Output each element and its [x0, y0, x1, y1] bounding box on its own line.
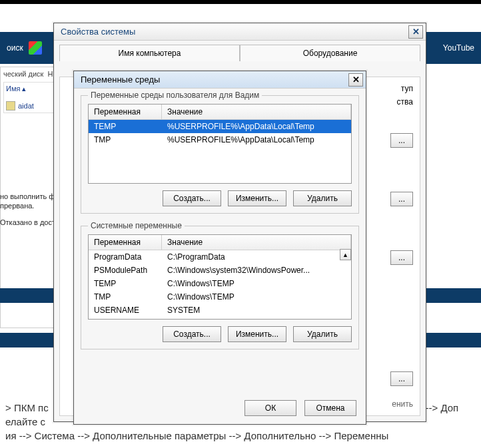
env-titlebar[interactable]: Переменные среды ✕ [74, 71, 366, 89]
user-create-button[interactable]: Создать... [163, 190, 221, 206]
cell-val: C:\Windows\TEMP [162, 277, 351, 290]
user-vars-legend: Переменные среды пользователя для Вадим [88, 91, 262, 100]
user-delete-button[interactable]: Удалить [293, 190, 352, 206]
col-name[interactable]: Имя [6, 85, 20, 93]
cell-val: %USERPROFILE%\AppData\Local\Temp [162, 133, 351, 146]
sys-vars-group: Системные переменные Переменная Значение… [81, 226, 359, 349]
cell-var: TMP [89, 290, 162, 304]
cancel-button[interactable]: Отмена [304, 400, 356, 416]
col-header-value[interactable]: Значение [162, 235, 351, 250]
user-edit-button[interactable]: Изменить... [228, 190, 286, 206]
stub-button-4[interactable] [390, 371, 413, 386]
cell-val: SYSTEM [162, 304, 351, 317]
table-row[interactable]: USERNAMESYSTEM [89, 304, 351, 317]
cell-val: C:\ProgramData [162, 250, 351, 264]
table-row[interactable]: TMP%USERPROFILE%\AppData\Local\Temp [89, 133, 351, 146]
tab-computer-name[interactable]: Имя компьютера [59, 45, 240, 61]
ok-button[interactable]: ОК [244, 400, 296, 416]
table-row[interactable]: TEMPC:\Windows\TEMP [89, 277, 351, 290]
rubik-icon [29, 41, 42, 55]
sys-titlebar[interactable]: Свойства системы ✕ [54, 23, 426, 41]
sys-edit-button[interactable]: Изменить... [228, 326, 286, 342]
bg-black-bar [0, 0, 481, 4]
user-vars-group: Переменные среды пользователя для Вадим … [81, 95, 359, 214]
table-row[interactable]: ProgramDataC:\ProgramData [89, 250, 351, 264]
cell-val: C:\Windows\TEMP [162, 290, 351, 304]
bg-disk-label: ческий диск [3, 70, 43, 78]
cell-var: TEMP [89, 277, 162, 290]
cell-var: PSModulePath [89, 264, 162, 277]
cell-var: ProgramData [89, 250, 162, 264]
sys-create-button[interactable]: Создать... [163, 326, 221, 342]
sys-delete-button[interactable]: Удалить [293, 326, 352, 342]
col-header-variable[interactable]: Переменная [89, 105, 162, 119]
bg-search-label: оиск [7, 43, 23, 53]
user-vars-list[interactable]: Переменная Значение TEMP%USERPROFILE%\Ap… [88, 104, 352, 184]
scroll-up-icon[interactable]: ▲ [340, 249, 351, 260]
col-header-variable[interactable]: Переменная [89, 235, 162, 250]
sys-vars-legend: Системные переменные [88, 221, 185, 230]
close-icon[interactable]: ✕ [348, 73, 363, 87]
sys-title: Свойства системы [61, 27, 135, 37]
cell-val: C:\Windows\system32\WindowsPower... [162, 264, 351, 277]
cell-val: %USERPROFILE%\AppData\Local\Temp [162, 120, 351, 133]
cell-var: TEMP [89, 120, 162, 133]
tab-hardware[interactable]: Оборудование [240, 45, 420, 61]
bg-youtube-link[interactable]: YouTube [443, 43, 474, 53]
cell-var: USERNAME [89, 304, 162, 317]
explorer-item[interactable]: aidat [6, 101, 61, 111]
env-title: Переменные среды [81, 75, 160, 85]
sys-vars-list[interactable]: Переменная Значение ▲ ProgramDataC:\Prog… [88, 234, 352, 320]
stub-button-2[interactable] [390, 192, 413, 206]
table-row[interactable]: PSModulePathC:\Windows\system32\WindowsP… [89, 264, 351, 277]
col-header-value[interactable]: Значение [162, 105, 351, 119]
cell-var: TMP [89, 133, 162, 146]
file-icon [6, 101, 15, 111]
stub-button-1[interactable] [390, 133, 413, 148]
table-row[interactable]: TEMP%USERPROFILE%\AppData\Local\Temp [89, 120, 351, 133]
env-vars-window: Переменные среды ✕ Переменные среды поль… [73, 71, 366, 425]
sys-tabs-row1: Имя компьютера Оборудование [54, 41, 426, 61]
close-icon[interactable]: ✕ [408, 25, 423, 39]
table-row[interactable]: TMPC:\Windows\TEMP [89, 290, 351, 304]
stub-button-3[interactable] [390, 250, 413, 265]
